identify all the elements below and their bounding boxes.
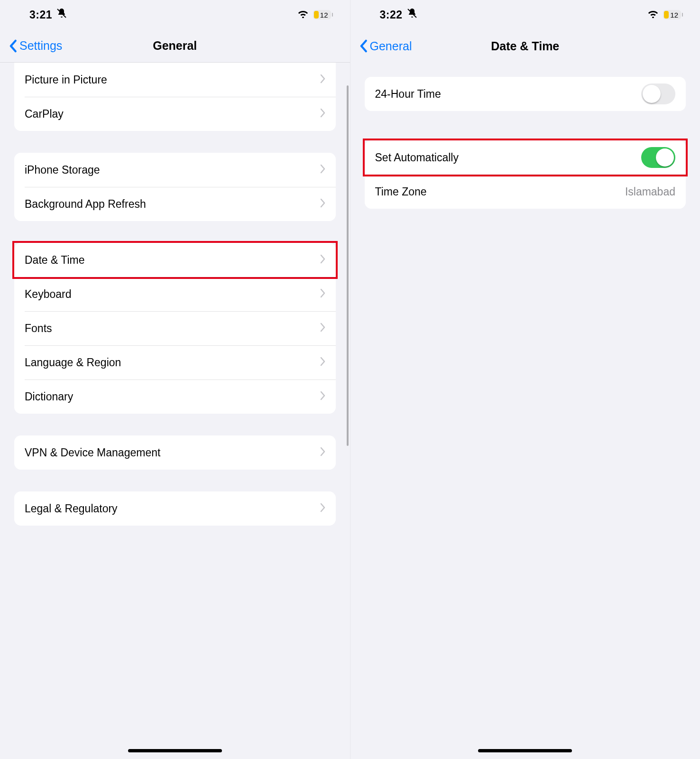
nav-bar: Settings General bbox=[0, 29, 350, 63]
chevron-right-icon bbox=[320, 288, 325, 301]
row-keyboard[interactable]: Keyboard bbox=[14, 277, 336, 311]
row-label: Picture in Picture bbox=[25, 74, 107, 86]
row-fonts[interactable]: Fonts bbox=[14, 311, 336, 345]
battery-indicator: 12 bbox=[313, 10, 331, 19]
row-label: Background App Refresh bbox=[25, 198, 146, 211]
toggle-set-automatically[interactable] bbox=[641, 147, 675, 168]
row-label: CarPlay bbox=[25, 108, 64, 120]
chevron-right-icon bbox=[320, 322, 325, 335]
home-indicator[interactable] bbox=[128, 749, 222, 752]
row-carplay[interactable]: CarPlay bbox=[14, 97, 336, 131]
status-bar: 3:21 12 bbox=[0, 0, 350, 29]
chevron-right-icon bbox=[320, 74, 325, 86]
row-label: iPhone Storage bbox=[25, 164, 100, 176]
chevron-right-icon bbox=[320, 164, 325, 176]
row-label: Dictionary bbox=[25, 390, 73, 403]
row-language-region[interactable]: Language & Region bbox=[14, 345, 336, 380]
chevron-right-icon bbox=[320, 390, 325, 403]
row-legal-regulatory[interactable]: Legal & Regulatory bbox=[14, 491, 336, 526]
row-iphone-storage[interactable]: iPhone Storage bbox=[14, 153, 336, 187]
row-picture-in-picture[interactable]: Picture in Picture bbox=[14, 63, 336, 97]
phone-general-settings: 3:21 12 Settings Genera bbox=[0, 0, 350, 759]
phone-date-time-settings: 3:22 12 General Date & bbox=[350, 0, 700, 759]
settings-group: Set Automatically Time Zone Islamabad bbox=[365, 140, 686, 209]
settings-group: Legal & Regulatory bbox=[14, 491, 336, 526]
chevron-right-icon bbox=[320, 446, 325, 459]
chevron-right-icon bbox=[320, 254, 325, 267]
row-background-app-refresh[interactable]: Background App Refresh bbox=[14, 187, 336, 221]
settings-group: Date & Time Keyboard Fonts Language & Re… bbox=[14, 243, 336, 414]
row-label: Time Zone bbox=[375, 185, 427, 198]
wifi-icon bbox=[648, 9, 658, 20]
row-label: Language & Region bbox=[25, 356, 121, 369]
back-label: General bbox=[370, 39, 412, 53]
settings-group: iPhone Storage Background App Refresh bbox=[14, 153, 336, 221]
row-24-hour-time: 24-Hour Time bbox=[365, 77, 686, 111]
status-time: 3:22 bbox=[380, 9, 403, 21]
status-time: 3:21 bbox=[29, 9, 52, 21]
back-label: Settings bbox=[19, 39, 62, 53]
scroll-indicator[interactable] bbox=[347, 85, 349, 446]
status-bar: 3:22 12 bbox=[350, 0, 700, 29]
row-label: Fonts bbox=[25, 322, 52, 335]
chevron-right-icon bbox=[320, 356, 325, 369]
row-set-automatically: Set Automatically bbox=[365, 140, 686, 175]
home-indicator[interactable] bbox=[478, 749, 572, 752]
silent-icon bbox=[406, 8, 418, 22]
chevron-right-icon bbox=[320, 198, 325, 211]
settings-group: VPN & Device Management bbox=[14, 435, 336, 470]
silent-icon bbox=[56, 8, 67, 22]
row-date-time[interactable]: Date & Time bbox=[14, 243, 336, 277]
row-label: Legal & Regulatory bbox=[25, 502, 118, 515]
chevron-right-icon bbox=[320, 502, 325, 515]
back-button[interactable]: Settings bbox=[9, 39, 62, 53]
row-label: Date & Time bbox=[25, 254, 85, 267]
row-label: 24-Hour Time bbox=[375, 88, 441, 101]
row-time-zone[interactable]: Time Zone Islamabad bbox=[365, 175, 686, 209]
row-vpn-device-management[interactable]: VPN & Device Management bbox=[14, 435, 336, 470]
chevron-right-icon bbox=[320, 108, 325, 120]
row-label: Set Automatically bbox=[375, 151, 459, 164]
back-button[interactable]: General bbox=[360, 39, 412, 53]
nav-bar: General Date & Time bbox=[350, 29, 700, 63]
settings-group: Picture in Picture CarPlay bbox=[14, 63, 336, 131]
settings-group: 24-Hour Time bbox=[365, 77, 686, 111]
chevron-left-icon bbox=[9, 39, 18, 53]
row-value: Islamabad bbox=[625, 185, 675, 198]
chevron-left-icon bbox=[360, 39, 368, 53]
toggle-24-hour-time[interactable] bbox=[641, 83, 675, 104]
battery-indicator: 12 bbox=[663, 10, 681, 19]
row-label: VPN & Device Management bbox=[25, 446, 160, 459]
row-dictionary[interactable]: Dictionary bbox=[14, 380, 336, 414]
wifi-icon bbox=[298, 9, 308, 20]
row-label: Keyboard bbox=[25, 288, 71, 301]
